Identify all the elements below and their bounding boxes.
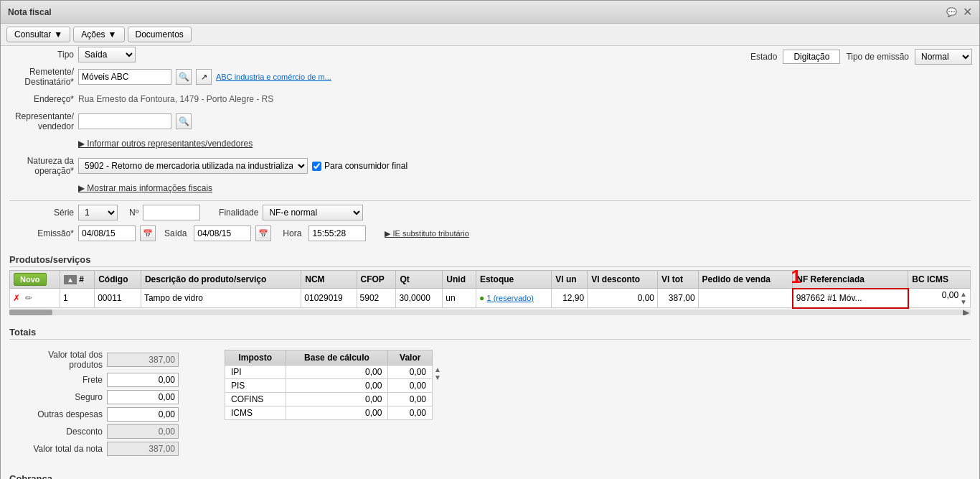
informar-link[interactable]: ▶ Informar outros representantes/vendedo… (78, 139, 253, 149)
edit-icon[interactable]: ✏ (25, 293, 32, 303)
row-descricao: Tampo de vidro (141, 289, 301, 308)
frete-input[interactable]: 0,00 (107, 373, 179, 387)
nf-ref-value: 987662 #1 Móv... (796, 293, 862, 303)
tax-ipi-base: 0,00 (286, 365, 388, 378)
tax-col-base: Base de cálculo (286, 350, 388, 365)
row-vldesconto: 0,00 (588, 289, 658, 308)
totals-content: Valor total dosprodutos 387,00 Frete 0,0… (1, 344, 979, 465)
mostrar-mais-link[interactable]: ▶ Mostrar mais informações fiscais (78, 183, 212, 193)
seguro-row: Seguro 0,00 (9, 390, 210, 404)
valor-nota-input: 387,00 (107, 442, 179, 456)
tax-ipi-valor: 0,00 (388, 365, 433, 378)
products-table-wrapper: Novo ▲ # Código Descrição do produto/ser… (9, 270, 971, 315)
emissao-calendar-icon[interactable]: 📅 (140, 225, 156, 241)
tax-row-icms: ICMS 0,00 0,00 (225, 406, 433, 419)
col-header-qt: Qt (396, 271, 443, 289)
col-header-pedido: Pedido de venda (698, 271, 793, 289)
mostrar-mais-row: ▶ Mostrar mais informações fiscais (9, 180, 971, 197)
consultar-button[interactable]: Consultar ▼ (6, 27, 70, 42)
numero-input[interactable] (143, 205, 200, 220)
tipo-select[interactable]: Saída (78, 47, 136, 62)
col-header-bcicms: BC ICMS (908, 271, 971, 289)
saida-input[interactable]: 04/08/15 (194, 225, 251, 241)
serie-row: Série 1 Nº Finalidade NF-e normal (9, 204, 971, 221)
hora-input[interactable]: 15:55:28 (308, 225, 366, 241)
documentos-button[interactable]: Documentos (128, 27, 192, 42)
tax-pis-base: 0,00 (286, 378, 388, 392)
col-header-vlun: Vl un (552, 271, 588, 289)
comment-icon[interactable]: 💬 (946, 7, 957, 17)
serie-label: Série (9, 208, 74, 218)
tax-ipi-label: IPI (225, 365, 286, 378)
frete-label: Frete (9, 375, 103, 385)
remetente-input[interactable]: Móveis ABC (78, 69, 171, 85)
remetente-desc[interactable]: ABC industria e comércio de m... (216, 73, 331, 81)
col-header-nfref: NF Referenciada (793, 271, 908, 289)
row-unid: un (443, 289, 476, 308)
desconto-row: Desconto 0,00 (9, 424, 210, 439)
col-header-estoque: Estoque (476, 271, 551, 289)
valor-nota-row: Valor total da nota 387,00 (9, 442, 210, 456)
row-estoque: ● 1 (reservado) (476, 289, 551, 308)
outras-label: Outras despesas (9, 409, 103, 419)
divider-1 (9, 200, 971, 201)
row-qt: 30,0000 (396, 289, 443, 308)
emissao-input[interactable]: 04/08/15 (78, 225, 136, 241)
close-icon[interactable]: ✕ (963, 5, 972, 19)
acoes-button[interactable]: Ações ▼ (73, 27, 124, 42)
valor-nota-label: Valor total da nota (9, 444, 103, 454)
saida-calendar-icon[interactable]: 📅 (255, 225, 271, 241)
sort-button[interactable]: ▲ (64, 275, 77, 284)
tax-scroll-arrows: ▲ ▼ (434, 366, 441, 381)
tax-scroll-up[interactable]: ▲ (434, 366, 441, 373)
acoes-dropdown-icon: ▼ (108, 29, 117, 39)
outras-row: Outras despesas 0,00 (9, 407, 210, 422)
remetente-link-icon[interactable]: ↗ (196, 69, 212, 85)
row-vltot: 387,00 (657, 289, 698, 308)
totals-title-wrapper: Totais (1, 318, 979, 344)
remetente-search-icon[interactable]: 🔍 (176, 69, 192, 85)
finalidade-select[interactable]: NF-e normal (263, 205, 363, 220)
natureza-select[interactable]: 5902 - Retorno de mercadoria utilizada n… (78, 158, 308, 174)
delete-icon[interactable]: ✗ (13, 293, 20, 303)
frete-row: Frete 0,00 (9, 373, 210, 387)
desconto-input: 0,00 (107, 424, 179, 439)
bcicms-up-arrow[interactable]: ▲ (960, 290, 967, 298)
tax-table: Imposto Base de cálculo Valor IPI 0,00 0… (225, 350, 433, 420)
desconto-label: Desconto (9, 427, 103, 437)
saida-label: Saída (164, 228, 187, 238)
tax-col-valor: Valor (388, 350, 433, 365)
bcicms-down-arrow[interactable]: ▼ (960, 298, 967, 306)
representante-search-icon[interactable]: 🔍 (176, 113, 192, 129)
tax-scroll-down[interactable]: ▼ (434, 373, 441, 381)
representante-input[interactable] (78, 113, 171, 129)
tax-row-ipi: IPI 0,00 0,00 (225, 365, 433, 378)
header-right: Estado Digitação Tipo de emissão Normal (750, 49, 972, 65)
tax-icms-base: 0,00 (286, 406, 388, 419)
table-scrollbar[interactable]: ▶ (9, 310, 971, 315)
finalidade-label: Finalidade (219, 208, 258, 218)
valor-total-label: Valor total dosprodutos (9, 350, 103, 370)
serie-select[interactable]: 1 (78, 205, 118, 220)
estoque-link[interactable]: 1 (reservado) (487, 294, 534, 302)
outras-input[interactable]: 0,00 (107, 407, 179, 422)
totals-section: Totais Valor total dosprodutos 387,00 Fr… (1, 318, 979, 465)
new-product-button[interactable]: Novo (14, 273, 47, 286)
table-scroll-right-arrow[interactable]: ▶ (963, 307, 969, 315)
row-actions: ✗ ✏ (10, 289, 60, 308)
hora-label: Hora (283, 228, 301, 238)
tax-row-pis: PIS 0,00 0,00 (225, 378, 433, 392)
ie-substituto-link[interactable]: ▶ IE substituto tributário (385, 229, 468, 238)
remetente-row: Remetente/Destinatário* Móveis ABC 🔍 ↗ A… (9, 67, 971, 87)
seguro-input[interactable]: 0,00 (107, 390, 179, 404)
row-ncm: 01029019 (301, 289, 357, 308)
form-section: Tipo Saída Remetente/Destinatário* Móvei… (1, 46, 979, 242)
para-consumidor-checkbox[interactable] (312, 162, 321, 171)
consultar-label: Consultar (14, 29, 51, 39)
tipo-emissao-label: Tipo de emissão (846, 52, 909, 62)
col-header-codigo: Código (95, 271, 141, 289)
tipo-emissao-select[interactable]: Normal (915, 49, 972, 65)
acoes-label: Ações (81, 29, 105, 39)
title-bar-left: Nota fiscal (8, 7, 52, 17)
consultar-dropdown-icon: ▼ (54, 29, 62, 39)
